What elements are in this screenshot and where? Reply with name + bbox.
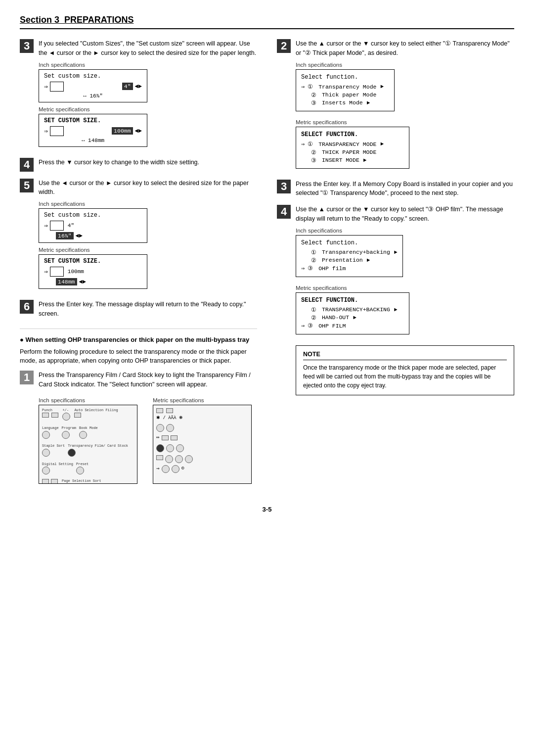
step-number-6: 6 (20, 300, 34, 314)
inch-label-1: Inch specifications (39, 62, 257, 68)
menu-item-ohp-metric-1: ① TRANSPARENCY+BACKING ► (301, 306, 404, 314)
menu-text-metric-1: TRANSPARENCY MODE (315, 141, 376, 147)
p-btn-2 (51, 479, 58, 483)
step3-text: If you selected "Custom Sizes", the "Set… (39, 39, 257, 58)
panel-book: Book Mode (79, 426, 98, 441)
screen-row-mb: ⇒ 100mm (44, 267, 142, 277)
menu-num-ohp-metric-1: ① (311, 306, 316, 313)
menu-text-inch-3: Inserts Mode (318, 99, 363, 106)
right-step-number-4: 4 (277, 205, 291, 219)
m-btn-15 (172, 465, 179, 473)
menu-num-ohp-inch-3: ③ (308, 265, 313, 272)
paper-icon-mb (50, 267, 64, 277)
metric-controls-4 (156, 444, 248, 452)
menu-item-inch-3: ③ Inserts Mode ► (301, 99, 389, 107)
menu-arrow-ohp-inch-2: ► (367, 257, 370, 263)
m-btn-8 (166, 444, 174, 452)
menu-arrow-ohp-inch-1: ► (394, 249, 398, 255)
panel-sort: Sort (93, 479, 111, 483)
menu-text-ohp-inch-1: Transparency+backing (318, 249, 390, 255)
panel-language: Language (42, 426, 59, 441)
m-q-icon: ⊙ (181, 465, 184, 473)
metric-label-1: Metric specifications (39, 106, 257, 112)
menu-item-ohp-inch-1: ① Transparency+backing ► (301, 248, 398, 256)
m-btn-12 (175, 455, 183, 463)
right-step4-text: Use the ▲ cursor or the ▼ cursor key to … (296, 205, 514, 224)
inch-label-2: Inch specifications (39, 201, 257, 207)
inch-panel-col: Inch specifications Punch (39, 393, 143, 484)
bottom-row-mb: 148mm ◄► (44, 278, 142, 285)
cursor-ohp-metric-3: ⇒ (301, 322, 305, 330)
menu-num-ohp-metric-3: ③ (308, 322, 313, 329)
menu-num-metric-1: ① (308, 141, 313, 147)
top-val-m: 100mm (68, 269, 84, 275)
right-inch-label-1: Inch specifications (296, 62, 514, 68)
ohp-title-metric: SELECT FUNCTION. (301, 297, 404, 304)
prog-btn (62, 431, 70, 439)
panel-controls-2: Language Program Book Mode (42, 426, 134, 441)
step5-text: Use the ◄ cursor or the ► cursor key to … (39, 179, 257, 197)
step4-content: Press the ▼ cursor key to change to the … (39, 158, 257, 167)
screen-metric-ohp: SELECT FUNCTION. ① TRANSPARENCY+BACKING … (296, 292, 409, 334)
book-btn (79, 431, 87, 439)
menu-text-metric-3: INSERT MODE (318, 157, 359, 163)
ohp-title-inch: Select function. (301, 239, 398, 246)
screen-metric-select: SELECT FUNCTION. ⇒ ① TRANSPARENCY MODE ►… (296, 127, 409, 169)
nav-arrows-b: ◄► (76, 233, 83, 239)
panel-inch: Punch +/- (39, 405, 137, 484)
menu-text-inch-2: Thick paper Mode (318, 92, 376, 98)
cursor-icon: ⇒ (44, 83, 48, 91)
note-box: NOTE Once the transparency mode or the t… (296, 345, 514, 395)
right-step4: 4 Use the ▲ cursor or the ▼ cursor key t… (277, 205, 514, 395)
left-step6: 6 Press the Enter key. The message displ… (20, 300, 257, 319)
menu-num-ohp-inch-1: ① (311, 249, 316, 256)
m-btn-1 (156, 408, 163, 413)
right-step4-content: Use the ▲ cursor or the ▼ cursor key to … (296, 205, 514, 395)
step-number-5: 5 (20, 179, 34, 192)
value-highlight-m: 100mm (112, 127, 133, 135)
menu-text-ohp-metric-3: OHP FILM (315, 323, 346, 329)
right-step2-content: Use the ▲ cursor or the ▼ cursor key to … (296, 39, 514, 173)
m-btn-11 (165, 455, 173, 463)
step-number-3: 3 (20, 39, 34, 53)
right-step2-text: Use the ▲ cursor or the ▼ cursor key to … (296, 39, 514, 58)
screen-inch-ohp: Select function. ① Transparency+backing … (296, 235, 403, 277)
screen-title-b: Set custom size. (44, 212, 142, 219)
punch-btn2 (51, 413, 58, 418)
screen-inch-bottom: Set custom size. ⇒ 4" 16⅞" ◄► (39, 208, 147, 243)
paper-icon-m (50, 126, 64, 136)
screen-title-mb: SET CUSTOM SIZE. (44, 258, 142, 265)
bullet-step1-text: Press the Transparency Film / Card Stock… (39, 371, 257, 389)
note-header: NOTE (303, 351, 507, 360)
m-btn-13 (185, 455, 193, 463)
paper-icon (50, 82, 64, 92)
screen-metric-top: SET CUSTOM SIZE. ⇒ 100mm ◄► ↔ 148mm (39, 114, 147, 147)
menu-text-ohp-inch-3: OHP film (315, 265, 346, 272)
m-btn-6 (171, 435, 178, 440)
m-arrows: ⇔ (156, 434, 160, 441)
metric-label-2: Metric specifications (39, 247, 257, 253)
bottom-value: ↔ 16⅞" (44, 93, 142, 99)
nav-arrows-mb: ◄► (79, 279, 86, 285)
menu-arrow-inch-3: ► (367, 100, 370, 106)
section-number: 3 (54, 15, 59, 25)
right-step3-content: Press the Enter key. If a Memory Copy Bo… (296, 180, 514, 198)
metric-controls-5 (156, 455, 248, 463)
step5-content: Use the ◄ cursor or the ► cursor key to … (39, 179, 257, 293)
note-body: Once the transparency mode or the thick … (303, 363, 507, 390)
cursor-icon-m: ⇒ (44, 127, 48, 135)
m-btn-7 (156, 444, 164, 452)
menu-num-ohp-metric-2: ② (311, 314, 316, 321)
bullet-section: When setting OHP transparencies or thick… (20, 329, 257, 484)
menu-arrow-inch-1: ► (380, 84, 384, 90)
screen-metric-bottom: SET CUSTOM SIZE. ⇒ 100mm 148mm ◄► (39, 254, 147, 289)
panel-page: Page Selection (62, 479, 91, 483)
m-btn-10 (156, 455, 163, 460)
inch-panel-label: Inch specifications (39, 397, 143, 403)
m-btn-14 (162, 465, 170, 473)
menu-item-metric-1: ⇒ ① TRANSPARENCY MODE ► (301, 140, 404, 148)
menu-text-ohp-inch-2: Presentation (318, 257, 363, 263)
top-val: 4" (68, 223, 74, 229)
menu-num-metric-2: ② (311, 149, 316, 156)
screen-row-b: ⇒ 4" (44, 221, 142, 231)
